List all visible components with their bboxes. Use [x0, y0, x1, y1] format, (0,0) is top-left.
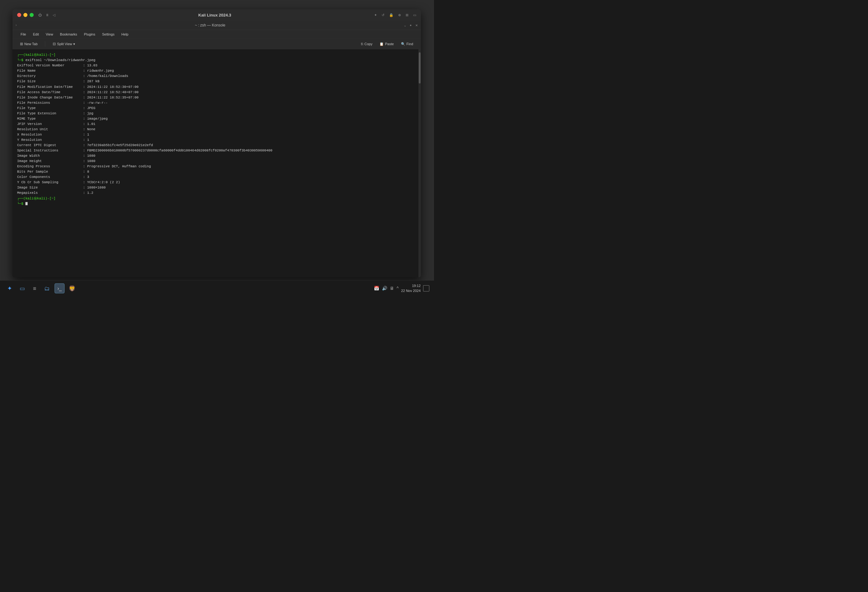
- taskbar-right: 📅 🔊 🖥 ^ 19:12 22 Nov 2024: [374, 284, 429, 293]
- taskbar-show-desktop[interactable]: [423, 285, 429, 291]
- browser-icon: 🦁: [69, 285, 76, 292]
- paste-button[interactable]: 📋 Paste: [376, 41, 397, 47]
- find-button[interactable]: 🔍 Find: [398, 41, 416, 47]
- menu-bookmarks[interactable]: Bookmarks: [56, 31, 80, 37]
- konsole-dropdown-icon[interactable]: ⌄: [404, 24, 407, 27]
- toolbar-divider-1: [45, 41, 46, 47]
- files-icon: ▭: [20, 285, 25, 292]
- terminal-scrollbar[interactable]: [418, 49, 421, 277]
- close-button[interactable]: [17, 13, 21, 17]
- tray-chevron-icon[interactable]: ^: [397, 286, 399, 291]
- new-tab-icon: ⊞: [20, 42, 23, 46]
- toolbar: ⊞ New Tab ⊟ Split View ▾ ⎘ Copy 📋: [12, 39, 421, 49]
- minimize-button[interactable]: [24, 13, 27, 17]
- menu-view[interactable]: View: [43, 31, 57, 37]
- scrollbar-thumb[interactable]: [419, 52, 421, 84]
- titlebar: ⏻ ⏸ ◁ Kali Linux 2024.3 ✦ ↺ 🔒 ⊕ ⊞ ▭: [12, 9, 421, 21]
- konsole-close-icon[interactable]: ✕: [415, 24, 418, 27]
- settings-panel-icon: ≡: [33, 285, 37, 292]
- split-view-icon: ⊟: [53, 42, 56, 46]
- back-icon[interactable]: ◁: [53, 13, 56, 17]
- find-icon: 🔍: [401, 42, 405, 46]
- paste-icon: 📋: [379, 42, 384, 46]
- kali-icon: ✦: [7, 285, 12, 292]
- split-view-dropdown-icon: ▾: [73, 42, 75, 46]
- window-title: Kali Linux 2024.3: [56, 12, 375, 18]
- grid-icon[interactable]: ⊞: [406, 13, 409, 17]
- taskbar-settings[interactable]: ≡: [30, 283, 40, 293]
- file-manager-icon: 🗂: [44, 285, 50, 292]
- settings-icon[interactable]: ⊕: [398, 13, 401, 17]
- terminal-icon: ›_: [58, 286, 62, 291]
- clock-time: 19:12: [401, 284, 421, 288]
- menu-help[interactable]: Help: [118, 31, 132, 37]
- clock-date: 22 Nov 2024: [401, 288, 421, 293]
- taskbar-clock: 19:12 22 Nov 2024: [401, 284, 421, 293]
- brightness-icon[interactable]: ✦: [374, 13, 377, 17]
- split-view-button[interactable]: ⊟ Split View ▾: [50, 41, 78, 47]
- taskbar: ✦ ▭ ≡ 🗂 ›_ 🦁 📅 🔊 🖥 ^ 19:: [0, 280, 434, 296]
- new-tab-button[interactable]: ⊞ New Tab: [17, 41, 41, 47]
- terminal-output[interactable]: ┌──(kali㉿kali)-[~] └─$ exiftool ~/Downlo…: [12, 49, 418, 277]
- rotate-icon[interactable]: ↺: [382, 13, 384, 17]
- menu-edit[interactable]: Edit: [30, 31, 43, 37]
- taskbar-terminal[interactable]: ›_: [55, 283, 65, 293]
- tray-display-icon[interactable]: 🖥: [390, 286, 394, 291]
- maximize-button[interactable]: [30, 13, 34, 17]
- taskbar-file-manager[interactable]: 🗂: [42, 283, 52, 293]
- tray-calendar-icon[interactable]: 📅: [374, 286, 379, 291]
- copy-icon: ⎘: [361, 42, 363, 46]
- power-icon[interactable]: ⏻: [38, 13, 42, 17]
- tray-audio-icon[interactable]: 🔊: [382, 286, 388, 291]
- menu-settings[interactable]: Settings: [99, 31, 118, 37]
- taskbar-files[interactable]: ▭: [17, 283, 27, 293]
- taskbar-browser[interactable]: 🦁: [67, 283, 77, 293]
- menu-plugins[interactable]: Plugins: [80, 31, 99, 37]
- terminal-area[interactable]: ┌──(kali㉿kali)-[~] └─$ exiftool ~/Downlo…: [12, 49, 421, 277]
- taskbar-left: ✦ ▭ ≡ 🗂 ›_ 🦁: [5, 283, 77, 293]
- konsole-title: ~ : zsh — Konsole: [16, 23, 403, 27]
- display-icon[interactable]: ▭: [413, 13, 416, 17]
- konsole-window: › ~ : zsh — Konsole ⌄ ✦ ✕ File Edit View…: [12, 21, 421, 277]
- menubar: File Edit View Bookmarks Plugins Setting…: [12, 30, 421, 39]
- konsole-pin-icon[interactable]: ✦: [409, 24, 412, 27]
- menu-file[interactable]: File: [17, 31, 30, 37]
- traffic-lights: [17, 13, 34, 17]
- taskbar-kali-menu[interactable]: ✦: [5, 283, 15, 293]
- pause-icon[interactable]: ⏸: [46, 13, 49, 17]
- copy-button[interactable]: ⎘ Copy: [358, 41, 375, 47]
- lock-icon[interactable]: 🔒: [389, 13, 393, 17]
- konsole-header: › ~ : zsh — Konsole ⌄ ✦ ✕: [12, 21, 421, 30]
